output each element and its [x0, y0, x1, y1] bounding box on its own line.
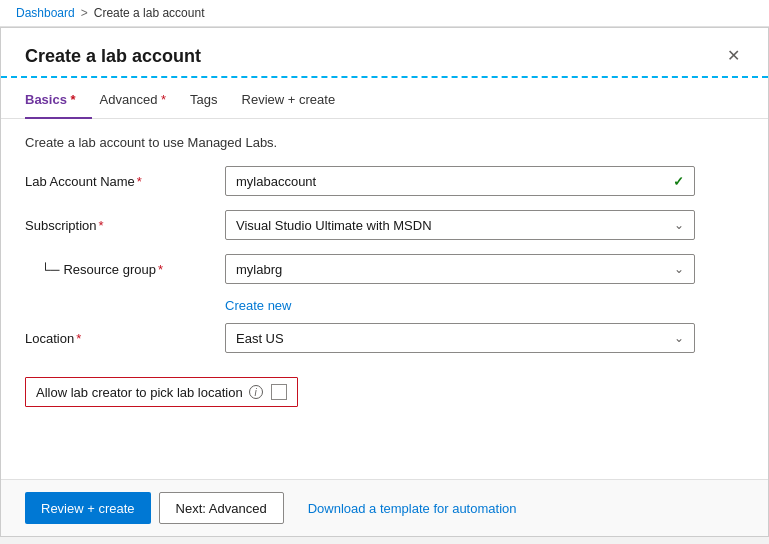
lab-account-name-row: Lab Account Name * mylabaccount ✓	[25, 166, 744, 196]
next-advanced-button[interactable]: Next: Advanced	[159, 492, 284, 524]
validation-check-icon: ✓	[673, 174, 684, 189]
subscription-control: Visual Studio Ultimate with MSDN ⌄	[225, 210, 695, 240]
create-lab-account-dialog: Create a lab account ✕ Basics * Advanced…	[0, 27, 769, 537]
subscription-label: Subscription *	[25, 218, 225, 233]
dialog-header: Create a lab account ✕	[1, 28, 768, 78]
lab-account-name-label: Lab Account Name *	[25, 174, 225, 189]
breadcrumb-current: Create a lab account	[94, 6, 205, 20]
tab-advanced[interactable]: Advanced *	[100, 82, 183, 119]
tree-line-icon: └─	[41, 262, 59, 277]
resource-group-dropdown-arrow: ⌄	[674, 262, 684, 276]
location-label: Location *	[25, 331, 225, 346]
lab-account-name-input[interactable]: mylabaccount ✓	[225, 166, 695, 196]
dialog-title: Create a lab account	[25, 46, 201, 67]
create-new-link[interactable]: Create new	[225, 298, 744, 313]
allow-location-label: Allow lab creator to pick lab location	[36, 385, 243, 400]
location-row: Location * East US ⌄	[25, 323, 744, 353]
subscription-dropdown[interactable]: Visual Studio Ultimate with MSDN ⌄	[225, 210, 695, 240]
lab-account-name-control: mylabaccount ✓	[225, 166, 695, 196]
resource-group-label: └─ Resource group *	[25, 262, 225, 277]
form-content: Create a lab account to use Managed Labs…	[1, 119, 768, 479]
download-template-link[interactable]: Download a template for automation	[300, 495, 525, 522]
tab-tags[interactable]: Tags	[190, 82, 233, 119]
resource-group-row: └─ Resource group * mylabrg ⌄	[25, 254, 744, 284]
close-button[interactable]: ✕	[723, 44, 744, 68]
form-description: Create a lab account to use Managed Labs…	[25, 135, 744, 150]
location-dropdown[interactable]: East US ⌄	[225, 323, 695, 353]
info-icon[interactable]: i	[249, 385, 263, 399]
location-dropdown-arrow: ⌄	[674, 331, 684, 345]
tab-basics[interactable]: Basics *	[25, 82, 92, 119]
subscription-row: Subscription * Visual Studio Ultimate wi…	[25, 210, 744, 240]
review-create-button[interactable]: Review + create	[25, 492, 151, 524]
resource-group-control: mylabrg ⌄	[225, 254, 695, 284]
location-control: East US ⌄	[225, 323, 695, 353]
breadcrumb-bar: Dashboard > Create a lab account	[0, 0, 769, 27]
breadcrumb-dashboard[interactable]: Dashboard	[16, 6, 75, 20]
tab-review-create[interactable]: Review + create	[242, 82, 352, 119]
breadcrumb-separator: >	[81, 6, 88, 20]
dialog-footer: Review + create Next: Advanced Download …	[1, 479, 768, 536]
allow-location-row: Allow lab creator to pick lab location i	[25, 377, 298, 407]
subscription-dropdown-arrow: ⌄	[674, 218, 684, 232]
allow-location-checkbox[interactable]	[271, 384, 287, 400]
tab-bar: Basics * Advanced * Tags Review + create	[1, 82, 768, 119]
resource-group-dropdown[interactable]: mylabrg ⌄	[225, 254, 695, 284]
